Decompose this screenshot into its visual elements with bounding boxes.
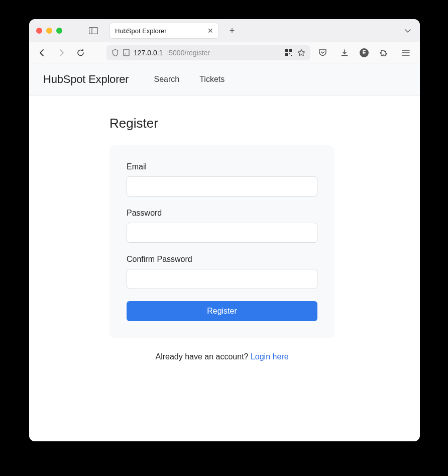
- toolbar: 127.0.0.1:5000/register E: [29, 42, 420, 63]
- password-label: Password: [127, 209, 317, 218]
- password-input[interactable]: [127, 223, 317, 243]
- tabs-overflow-icon[interactable]: [404, 27, 412, 35]
- reload-button[interactable]: [73, 46, 87, 60]
- pocket-icon[interactable]: [315, 46, 329, 60]
- extensions-icon[interactable]: [377, 46, 391, 60]
- browser-tab[interactable]: HubSpot Explorer ✕: [109, 23, 219, 39]
- nav-search[interactable]: Search: [154, 75, 179, 84]
- brand[interactable]: HubSpot Explorer: [43, 73, 129, 86]
- url-path: :5000/register: [167, 49, 210, 57]
- qr-icon[interactable]: [285, 49, 292, 56]
- confirm-password-input[interactable]: [127, 269, 317, 289]
- svg-rect-2: [124, 49, 129, 56]
- field-email: Email: [127, 162, 317, 197]
- browser-window: HubSpot Explorer ✕ + 127.0.0.1:50: [29, 19, 420, 441]
- back-button[interactable]: [35, 46, 49, 60]
- menu-icon[interactable]: [399, 46, 413, 60]
- login-prompt-text: Already have an account?: [155, 352, 250, 361]
- page-body: Register Email Password Confirm Password…: [29, 96, 420, 382]
- svg-rect-5: [285, 53, 288, 56]
- downloads-icon[interactable]: [338, 46, 352, 60]
- bookmark-star-icon[interactable]: [297, 49, 305, 57]
- field-confirm-password: Confirm Password: [127, 255, 317, 289]
- close-window-button[interactable]: [36, 28, 42, 34]
- svg-rect-0: [89, 28, 98, 34]
- email-input[interactable]: [127, 176, 317, 197]
- field-password: Password: [127, 209, 317, 243]
- sidebar-toggle-icon[interactable]: [86, 25, 100, 36]
- login-link[interactable]: Login here: [251, 352, 289, 361]
- svg-rect-7: [291, 55, 292, 56]
- new-tab-button[interactable]: +: [225, 24, 239, 38]
- login-prompt: Already have an account? Login here: [109, 352, 334, 361]
- nav-tickets[interactable]: Tickets: [199, 75, 225, 84]
- address-bar[interactable]: 127.0.0.1:5000/register: [106, 45, 310, 60]
- close-tab-icon[interactable]: ✕: [207, 27, 213, 35]
- page-title: Register: [109, 116, 340, 131]
- register-form-card: Email Password Confirm Password Register: [109, 145, 334, 338]
- svg-rect-4: [289, 49, 292, 52]
- tab-bar: HubSpot Explorer ✕ +: [29, 19, 420, 42]
- fullscreen-window-button[interactable]: [56, 28, 62, 34]
- extension-badge[interactable]: E: [360, 48, 369, 57]
- nav: Search Tickets: [154, 75, 225, 84]
- svg-rect-3: [285, 49, 288, 52]
- url-host: 127.0.0.1: [134, 49, 163, 57]
- confirm-password-label: Confirm Password: [127, 255, 317, 264]
- shield-icon: [111, 49, 119, 57]
- email-label: Email: [127, 162, 317, 171]
- insecure-icon: [123, 49, 130, 56]
- forward-button[interactable]: [54, 46, 68, 60]
- register-button[interactable]: Register: [127, 301, 317, 321]
- svg-rect-6: [289, 53, 290, 54]
- page-content: HubSpot Explorer Search Tickets Register…: [29, 63, 420, 441]
- window-controls: [36, 28, 62, 34]
- app-header: HubSpot Explorer Search Tickets: [29, 63, 420, 96]
- minimize-window-button[interactable]: [46, 28, 52, 34]
- tab-title: HubSpot Explorer: [115, 27, 167, 35]
